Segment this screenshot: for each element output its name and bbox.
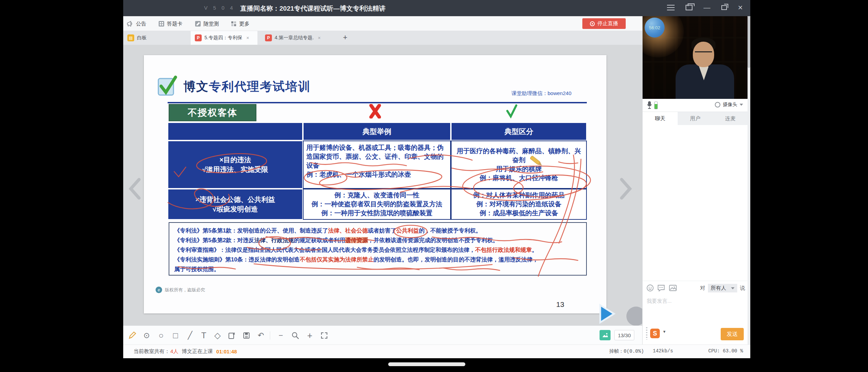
emoji-icon[interactable] [646,284,654,292]
row1-distinction-cell: 用于医疗的各种毒药、麻醉品、镇静剂、兴奋剂 用于娱乐的棋牌 例：麻将机、大口径冲… [451,141,587,189]
more-grid-icon [231,21,237,27]
whiteboard-file-icon: ▤ [127,34,134,41]
screen: V 5 0 4 直播间名称：2021专代课程试听—博文专利法精讲 — × 公告 … [0,0,868,372]
magnifier-icon [292,332,299,339]
table-corner-label: 不授权客体 [169,104,256,121]
camera-selector[interactable]: 摄像头 [715,102,743,108]
speech-bubble-icon[interactable] [657,284,665,292]
tab-mic-connect[interactable]: 连麦 [713,112,748,125]
room-count-label: 当前教室共有： [134,348,170,355]
logo-caret-icon[interactable]: ▾ [663,330,666,333]
menu-icon[interactable] [667,5,675,10]
page-indicator[interactable]: 13/30 [614,330,634,340]
export-page-tool[interactable] [226,330,237,341]
scrollbar-thumb[interactable] [748,16,750,68]
record-icon [590,21,595,26]
export-icon [228,332,236,339]
tab-topic4-patent[interactable]: P 5.专题四：专利保 × [191,31,257,45]
page-thumbnails-button[interactable] [600,330,611,340]
row1-category-cell: ×目的违法 √滥用违法、实施受限 [168,141,303,189]
row1-examples-cell: 用于赌博的设备、机器或工具；吸毒的器具；伪造国家货币、票据、公文、证件、印章、文… [303,141,451,189]
row2-category-cell: ×违背社会公德、公共利益 √瑕疵发明创造 [168,189,303,220]
quiz-icon [195,21,201,27]
copyright-row: e 版权所有，盗版必究 [156,287,205,293]
line-tool[interactable]: ╱ [184,330,195,341]
say-label: 说 [740,285,745,291]
text-tool[interactable]: T [198,330,209,341]
restore-button[interactable] [721,5,727,10]
answer-card-button[interactable]: 答题卡 [158,19,182,29]
microphone-icon[interactable] [647,101,652,109]
add-tab-button[interactable]: + [340,33,350,43]
note-line: 《专利法》第5条第2款：对违反法律、行政法规的规定获取或者利用遗传资源，并依赖该… [174,235,582,245]
document-tabbar: ▤ 白板 P 5.专题四：专利保 × P 4.第一章总结专题. × + [123,31,642,45]
zoom-out-tool[interactable]: − [275,330,286,341]
minimize-button[interactable]: — [703,4,710,11]
rectangle-tool[interactable]: □ [170,330,181,341]
taskbar-hint[interactable] [388,362,465,366]
bowen-checkbox-logo [157,74,178,97]
note-line: 《专利审查指南》：法律仅是指由全国人民代表大会或者全国人民代表大会常务委员会依照… [174,245,582,255]
note-line: 《专利法实施细则》第10条：违反法律的发明创造不包括仅其实施为法律所禁止的发明创… [174,255,582,264]
layout-switch-icon[interactable] [686,5,692,10]
stop-live-button[interactable]: 停止直播 [582,18,626,29]
close-button[interactable]: × [738,4,743,11]
cpu-stat: CPU: 63.00 % [708,348,743,354]
law-notes-box: 《专利法》第5条第1款：发明创造的公开、使用、制造违反了法律、社会公德或者妨害了… [169,222,587,276]
close-tab-icon[interactable]: × [246,35,249,41]
note-line: 属于可授权范围。 [174,264,582,274]
save-icon [243,332,250,339]
tab-users[interactable]: 用户 [678,112,713,125]
more-button[interactable]: 更多 [231,19,250,29]
teaching-status: 博文正在上课 [182,348,213,355]
mic-level-indicator [654,102,658,109]
laser-pointer-tool[interactable]: ⊙ [141,330,152,341]
send-button[interactable]: 发送 [721,328,744,340]
table-top-rule [168,102,587,103]
tab-whiteboard[interactable]: ▤ 白板 [123,31,189,45]
chat-controls: 对 所有人 说 [643,281,748,294]
image-icon [602,332,608,338]
note-line: 《专利法》第5条第1款：发明创造的公开、使用、制造违反了法律、社会公德或者妨害了… [174,226,582,235]
ppt-file-icon: P [265,34,272,41]
chat-footer: S ▾ 发送 [643,324,748,344]
undo-tool[interactable]: ↶ [255,330,266,341]
save-board-tool[interactable] [241,330,252,341]
ppt-file-icon: P [195,34,202,41]
chat-message-list[interactable] [643,125,748,281]
eraser-tool[interactable]: ◇ [212,330,223,341]
quiz-button[interactable]: 随堂测 [195,19,219,29]
app-logo: S [650,329,660,338]
panel-tabs: 聊天 用户 连麦 [643,112,748,125]
app-version: V 5 0 4 [204,5,235,11]
image-attach-icon[interactable] [669,284,677,292]
live-classroom-window: V 5 0 4 直播间名称：2021专代课程试听—博文专利法精讲 — × 公告 … [123,0,750,358]
whiteboard-area[interactable]: 博文专利代理考试培训 课堂助理微信：bowen240 不授权客体 典型举例 典型… [123,45,642,326]
tab-chapter1-summary[interactable]: P 4.第一章总结专题. × [261,31,330,45]
room-title: 直播间名称：2021专代课程试听—博文专利法精讲 [240,4,385,13]
zoom-tool[interactable] [290,330,301,341]
fullscreen-tool[interactable] [319,330,330,341]
row2-examples-cell: 例：克隆人、改变遗传同一性 例：一种使盗窃者双目失明的防盗装置及方法 例：一种用… [303,189,451,220]
tab-chat[interactable]: 聊天 [643,112,678,125]
zoom-in-tool[interactable]: + [304,330,315,341]
panel-scrollbar[interactable] [748,16,750,344]
floating-arrow-overlay[interactable] [595,302,622,325]
pencil-tool[interactable] [127,330,138,341]
chat-input[interactable] [643,294,748,307]
ellipse-tool[interactable]: ○ [156,330,167,341]
prev-page-arrow[interactable] [127,177,142,200]
header-empty-cell [168,122,303,141]
answer-card-icon [158,21,165,27]
announcement-button[interactable]: 公告 [127,19,146,29]
drag-dots [646,327,647,340]
next-page-arrow[interactable] [618,177,634,200]
close-tab-icon[interactable]: × [318,35,321,41]
chat-input-area [643,294,748,324]
class-timer: 01:01:48 [216,349,237,354]
assistant-wechat: 课堂助理微信：bowen240 [511,90,571,97]
red-cross-icon [368,104,382,118]
teacher-webcam-video[interactable]: 56:02 [643,16,751,99]
audience-select[interactable]: 所有人 [708,284,737,292]
drawing-toolbar: ⊙ ○ □ ╱ T ◇ ↶ − + 13/30 [123,326,642,344]
